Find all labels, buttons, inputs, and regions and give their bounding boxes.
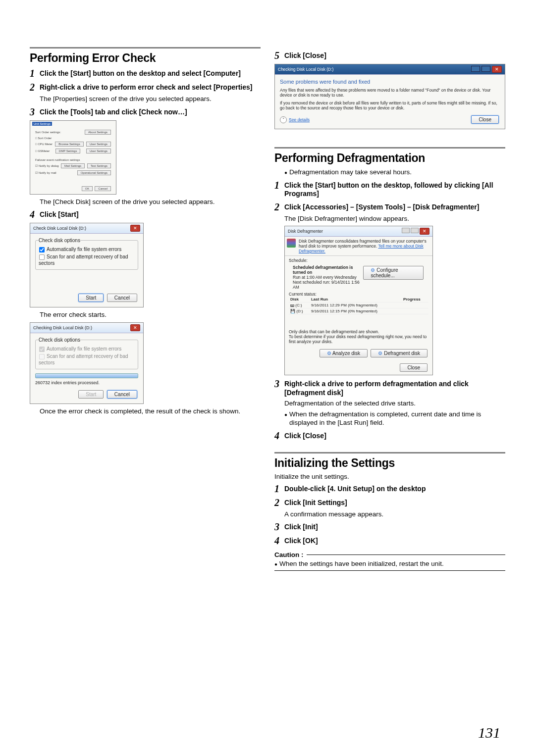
checkbox-auto-fix: Automatically fix file system errors bbox=[39, 346, 135, 353]
step-number: 4 bbox=[274, 430, 284, 441]
figure-properties-dialog: Unit Settings Sort Order settings:About … bbox=[30, 120, 116, 195]
checkbox-scan-recover[interactable]: Scan for and attempt recovery of bad sec… bbox=[39, 253, 135, 266]
body-text: The error check starts. bbox=[40, 310, 261, 319]
fieldset-legend: Check disk options bbox=[39, 337, 80, 343]
step-number: 3 bbox=[274, 521, 284, 532]
dialog-title: Checking Disk Local Disk (D:) bbox=[278, 67, 333, 72]
figure-checking-disk-dialog: Checking Disk Local Disk (D:) ✕ Check di… bbox=[30, 322, 144, 404]
result-body: Any files that were affected by these pr… bbox=[280, 88, 500, 98]
start-button[interactable]: Start bbox=[78, 294, 104, 302]
heading-defragmentation: Performing Defragmentation bbox=[274, 151, 505, 165]
body-text: The [Properties] screen of the drive you… bbox=[40, 95, 261, 103]
checkbox-auto-fix[interactable]: Automatically fix file system errors bbox=[39, 246, 135, 253]
step-number: 2 bbox=[274, 497, 284, 508]
result-body: If you removed the device or disk before… bbox=[280, 101, 500, 110]
see-details-toggle[interactable]: ˅See details bbox=[280, 116, 310, 123]
step-number: 1 bbox=[30, 68, 40, 79]
step-text: Click the [Start] button on the desktop … bbox=[40, 68, 241, 78]
step-number: 2 bbox=[274, 202, 284, 212]
fieldset-legend: Check disk options bbox=[39, 238, 80, 243]
cancel-button[interactable]: Cancel bbox=[107, 390, 137, 399]
configure-schedule-button[interactable]: ⚙ Configure schedule... bbox=[363, 266, 424, 280]
defrag-icon bbox=[287, 239, 296, 248]
analyze-button[interactable]: ⚙ Analyze disk bbox=[320, 349, 368, 357]
intro-text: Initialize the unit settings. bbox=[274, 473, 505, 480]
step-number: 1 bbox=[274, 180, 284, 191]
table-row[interactable]: 💾 (D:)9/16/2011 12:15 PM (0% fragmented) bbox=[289, 308, 428, 314]
caution-text: When the settings have been initialized,… bbox=[274, 559, 505, 568]
step-number: 1 bbox=[274, 483, 284, 494]
ok-button[interactable]: OK bbox=[82, 186, 93, 191]
page-number: 131 bbox=[478, 724, 500, 741]
table-row[interactable]: 🖴 (C:)9/16/2011 12:29 PM (0% fragmented) bbox=[289, 302, 428, 308]
close-button[interactable]: Close bbox=[400, 363, 428, 372]
status-text: 260732 index entries processed. bbox=[35, 380, 138, 385]
step-text: Click the [Start] button on the desktop,… bbox=[284, 180, 505, 199]
heading-initializing: Initializing the Settings bbox=[274, 456, 505, 470]
checkbox-scan-recover: Scan for and attempt recovery of bad sec… bbox=[39, 353, 135, 366]
body-text: The [Check Disk] screen of the drive you… bbox=[40, 198, 261, 206]
dialog-title: Disk Defragmenter bbox=[288, 229, 323, 234]
caution-heading: Caution : bbox=[274, 551, 505, 558]
result-heading: Some problems were found and fixed bbox=[280, 79, 500, 85]
figure-defragmenter-window: Disk Defragmenter ✕ Disk Defragmenter co… bbox=[284, 226, 433, 375]
step-text: Right-click a drive to perform error che… bbox=[40, 82, 252, 92]
schedule-status: Scheduled defragmentation is turned on bbox=[293, 265, 362, 275]
heading-error-check: Performing Error Check bbox=[30, 51, 261, 65]
step-text: Click [Start] bbox=[40, 209, 79, 219]
cancel-button[interactable]: Cancel bbox=[107, 294, 137, 302]
schedule-next: Next scheduled run: 9/14/2011 1:56 AM bbox=[293, 280, 362, 290]
body-text: A confirmation message appears. bbox=[284, 510, 505, 519]
step-text: Click the [Tools] tab and click [Check n… bbox=[40, 106, 187, 117]
step-text: Click [Accessories] – [System Tools] – [… bbox=[284, 202, 479, 212]
figure-check-disk-dialog: Check Disk Local Disk (D:) ✕ Check disk … bbox=[30, 223, 144, 307]
schedule-label: Schedule: bbox=[289, 258, 428, 263]
progress-bar bbox=[35, 373, 138, 378]
dialog-title: Checking Disk Local Disk (D:) bbox=[33, 325, 92, 330]
step-number: 5 bbox=[274, 50, 284, 61]
bullet-text: Defragmentation may take several hours. bbox=[284, 168, 505, 177]
defragment-button[interactable]: ⚙ Defragment disk bbox=[371, 349, 428, 357]
cancel-button[interactable]: Cancel bbox=[95, 186, 111, 191]
step-number: 4 bbox=[274, 535, 284, 546]
close-icon[interactable]: ✕ bbox=[130, 225, 140, 232]
current-status-label: Current status: bbox=[289, 292, 428, 297]
note-text: Only disks that can be defragmented are … bbox=[289, 329, 428, 334]
close-icon[interactable]: ✕ bbox=[492, 66, 502, 73]
bullet-text: When the defragmentation is completed, c… bbox=[284, 410, 505, 427]
step-text: Click [OK] bbox=[284, 535, 318, 546]
close-icon[interactable]: ✕ bbox=[130, 324, 140, 331]
close-button[interactable]: Close bbox=[471, 115, 499, 124]
body-text: Defragmentation of the selected drive st… bbox=[284, 399, 505, 408]
step-text: Click [Init Settings] bbox=[284, 497, 347, 507]
schedule-time: Run at 1:00 AM every Wednesday bbox=[293, 275, 362, 280]
step-number: 2 bbox=[30, 82, 40, 93]
step-text: Double-click [4. Unit Setup] on the desk… bbox=[284, 483, 426, 494]
start-button: Start bbox=[78, 390, 104, 399]
step-number: 4 bbox=[30, 209, 40, 220]
step-number: 3 bbox=[30, 106, 40, 117]
dialog-title: Check Disk Local Disk (D:) bbox=[33, 226, 86, 231]
step-number: 3 bbox=[274, 378, 284, 389]
drive-table: DiskLast RunProgress 🖴 (C:)9/16/2011 12:… bbox=[289, 297, 428, 314]
note-text: To best determine if your disks need def… bbox=[289, 334, 428, 344]
close-icon[interactable]: ✕ bbox=[420, 228, 429, 235]
body-text: Once the error check is completed, the r… bbox=[40, 407, 261, 416]
body-text: The [Disk Defragmenter] window appears. bbox=[284, 214, 505, 223]
step-text: Right-click a drive to perform defragmen… bbox=[284, 378, 505, 397]
figure-check-result-dialog: Checking Disk Local Disk (D:) ✕ Some pro… bbox=[274, 64, 505, 129]
step-text: Click [Init] bbox=[284, 521, 318, 532]
step-text: Click [Close] bbox=[284, 50, 326, 60]
step-text: Click [Close] bbox=[284, 430, 326, 441]
